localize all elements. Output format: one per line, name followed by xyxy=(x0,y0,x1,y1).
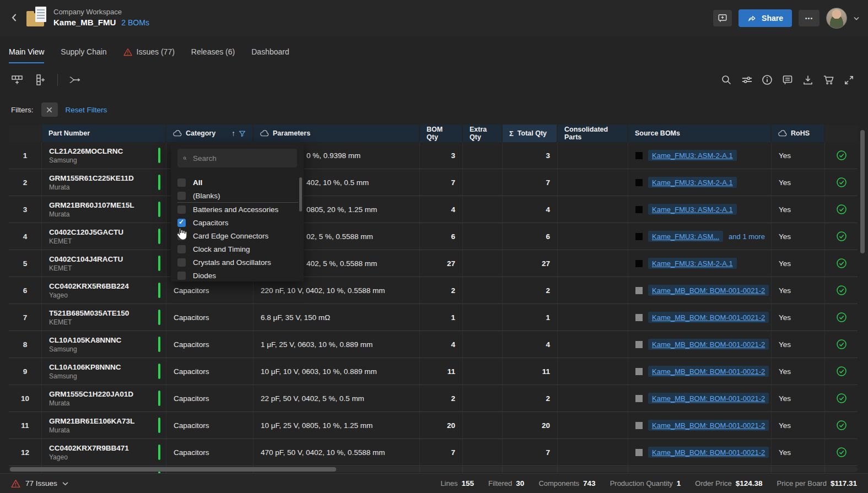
merge-wire-button[interactable] xyxy=(69,74,81,86)
info-button[interactable] xyxy=(761,74,773,86)
rohs-cell: Yes xyxy=(772,358,825,384)
source-boms-cell: Kame_MB_BOM: BOM-001-0021-2 xyxy=(628,412,772,438)
tab[interactable]: Releases (6) xyxy=(191,47,235,63)
col-header-part-number[interactable]: Part Number xyxy=(42,124,166,142)
filter-option[interactable]: Diodes xyxy=(177,269,298,281)
option-checkbox[interactable] xyxy=(177,232,186,240)
search-button[interactable] xyxy=(720,74,732,86)
dropdown-search-box[interactable] xyxy=(177,149,297,167)
table-row[interactable]: 9 CL10A106KP8NNNC Samsung Capacitors 10 … xyxy=(9,358,858,384)
option-checkbox[interactable] xyxy=(177,272,186,280)
source-bom-link[interactable]: Kame_MB_BOM: BOM-001-0021-2 xyxy=(648,420,769,431)
view-settings-button[interactable] xyxy=(741,74,753,86)
table-row[interactable]: 5 C0402C104J4RACTU KEMET 402, 5 %, 0.558… xyxy=(9,250,858,277)
source-bom-link[interactable]: Kame_MB_BOM: BOM-001-0021-2 xyxy=(648,285,769,296)
extra-qty-cell xyxy=(463,277,503,304)
dropdown-option-list: All (Blanks) Batteries and Accessories C… xyxy=(177,176,298,281)
issues-toggle[interactable]: 77 Issues xyxy=(11,479,68,488)
source-bom-link[interactable]: Kame_MB_BOM: BOM-001-0021-2 xyxy=(648,447,769,458)
rohs-cell: Yes xyxy=(772,223,825,250)
boms-link[interactable]: 2 BOMs xyxy=(121,18,149,28)
col-header-extra-qty[interactable]: Extra Qty xyxy=(463,124,503,142)
more-options-button[interactable]: ••• xyxy=(799,10,820,26)
search-icon xyxy=(183,154,187,162)
tab[interactable]: Issues (77) xyxy=(123,47,175,63)
table-row[interactable]: 3 GRM21BR60J107ME15L Murata 0805, 20 %, … xyxy=(9,196,858,223)
clear-filter-button[interactable] xyxy=(41,102,58,117)
source-bom-link[interactable]: Kame_FMU3: ASM-2-A.1 xyxy=(648,177,737,188)
vertical-scrollbar-thumb[interactable] xyxy=(860,130,865,253)
table-row[interactable]: 12 CC0402KRX7R9BB471 Yageo Capacitors 47… xyxy=(9,439,858,465)
col-header-bom-qty[interactable]: BOM Qty xyxy=(420,124,463,142)
dropdown-scrollbar[interactable] xyxy=(299,177,302,212)
stat-label: Production Quantity xyxy=(610,479,673,487)
dropdown-search-input[interactable] xyxy=(192,154,292,163)
source-more-link[interactable]: and 1 more xyxy=(729,232,765,241)
filter-funnel-icon[interactable] xyxy=(239,130,246,137)
stat-item: Filtered 30 xyxy=(488,479,524,487)
filter-option[interactable]: Capacitors xyxy=(177,216,298,229)
comments-button[interactable] xyxy=(781,74,794,86)
option-checkbox[interactable] xyxy=(177,219,186,227)
part-number: GRM21BR61E106KA73L xyxy=(49,417,134,425)
table-row[interactable]: 7 T521B685M035ATE150 KEMET Capacitors 6.… xyxy=(9,304,858,331)
reset-filters-link[interactable]: Reset Filters xyxy=(66,106,107,114)
category-cell: Capacitors xyxy=(166,304,254,331)
check-circle-icon xyxy=(836,447,847,458)
table-row[interactable]: 4 C0402C120J5GACTU KEMET 02, 5 %, 0.5588… xyxy=(9,223,858,250)
table-row[interactable]: 11 GRM21BR61E106KA73L Murata Capacitors … xyxy=(9,412,858,438)
source-bom-link[interactable]: Kame_FMU3: ASM... xyxy=(648,231,723,242)
filter-option[interactable]: (Blanks) xyxy=(177,189,298,203)
source-color-swatch xyxy=(635,395,643,402)
tab[interactable]: Supply Chain xyxy=(61,47,106,63)
filter-option[interactable]: Batteries and Accessories xyxy=(177,203,298,216)
col-label: Extra Qty xyxy=(470,126,495,141)
add-row-button[interactable] xyxy=(11,74,23,86)
source-bom-link[interactable]: Kame_MB_BOM: BOM-001-0021-2 xyxy=(648,393,769,404)
tab[interactable]: Dashboard xyxy=(251,47,289,63)
share-button[interactable]: Share xyxy=(738,9,792,27)
filter-option[interactable]: Crystals and Oscillators xyxy=(177,256,298,269)
download-button[interactable] xyxy=(802,74,814,86)
filter-option[interactable]: Clock and Timing xyxy=(177,242,298,256)
stat-label: Filtered xyxy=(488,479,512,487)
avatar-caret-icon[interactable] xyxy=(854,17,859,20)
workspace-icon xyxy=(26,7,48,29)
filter-option[interactable]: Card Edge Connectors xyxy=(177,229,298,242)
table-row[interactable]: 8 CL10A105KA8NNNC Samsung Capacitors 1 μ… xyxy=(9,331,858,357)
source-bom-link[interactable]: Kame_MB_BOM: BOM-001-0021-2 xyxy=(648,312,769,323)
col-header-consolidated-parts[interactable]: Consolidated Parts xyxy=(558,124,628,142)
toolbar-right xyxy=(720,74,855,86)
table-row[interactable]: 1 CL21A226MOCLRNC Samsung 0 %, 0.9398 mm… xyxy=(9,142,858,169)
status-cell xyxy=(825,304,858,331)
table-row[interactable]: 6 CC0402KRX5R6BB224 Yageo Capacitors 220… xyxy=(9,277,858,304)
col-header-source-boms[interactable]: Source BOMs xyxy=(628,124,772,142)
option-checkbox[interactable] xyxy=(177,178,186,187)
col-header-category[interactable]: Category ↑ xyxy=(166,124,254,142)
source-bom-link[interactable]: Kame_FMU3: ASM-2-A.1 xyxy=(648,258,737,269)
table-row[interactable]: 10 GRM1555C1H220JA01D Murata Capacitors … xyxy=(9,385,858,411)
source-bom-link[interactable]: Kame_MB_BOM: BOM-001-0021-2 xyxy=(648,339,769,350)
option-checkbox[interactable] xyxy=(177,205,186,214)
col-header-parameters[interactable]: Parameters xyxy=(254,124,420,142)
source-bom-link[interactable]: Kame_FMU3: ASM-2-A.1 xyxy=(648,150,737,161)
option-checkbox[interactable] xyxy=(177,258,186,267)
category-cell: Capacitors xyxy=(166,412,254,438)
sort-asc-icon[interactable]: ↑ xyxy=(231,129,235,138)
option-checkbox[interactable] xyxy=(177,192,186,200)
filter-option[interactable]: All xyxy=(177,176,298,189)
avatar[interactable] xyxy=(826,8,847,29)
add-column-button[interactable] xyxy=(34,74,46,86)
source-bom-link[interactable]: Kame_MB_BOM: BOM-001-0021-2 xyxy=(648,366,769,377)
add-comment-button[interactable] xyxy=(713,10,732,26)
expand-button[interactable] xyxy=(843,74,855,86)
col-header-total-qty[interactable]: Σ Total Qty xyxy=(503,124,558,142)
option-checkbox[interactable] xyxy=(177,245,186,253)
table-row[interactable]: 2 GRM155R61C225KE11D Murata 402, 10 %, 0… xyxy=(9,169,858,196)
tab[interactable]: Main View xyxy=(9,47,44,63)
cart-button[interactable] xyxy=(822,74,834,86)
horizontal-scrollbar-thumb[interactable] xyxy=(10,467,336,472)
source-bom-link[interactable]: Kame_FMU3: ASM-2-A.1 xyxy=(648,204,737,215)
col-header-rohs[interactable]: RoHS xyxy=(772,124,825,142)
back-button[interactable] xyxy=(8,11,21,24)
